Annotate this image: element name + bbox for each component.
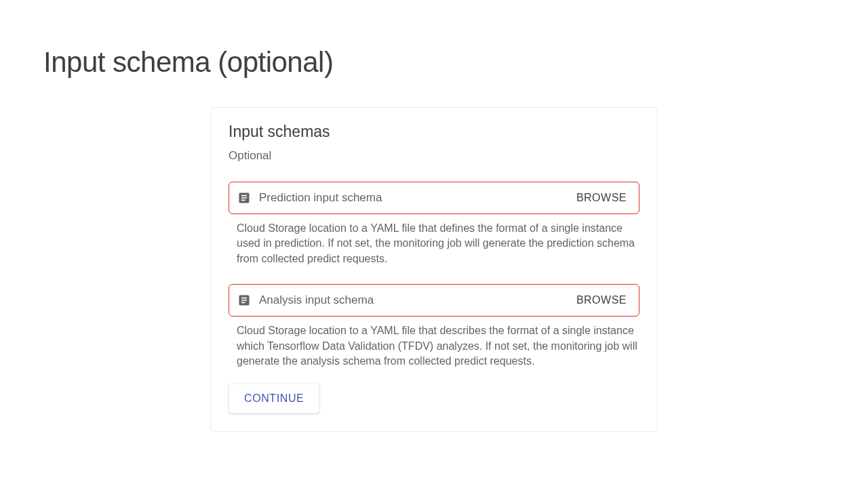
card-heading: Input schemas [229, 123, 639, 141]
continue-button[interactable]: CONTINUE [229, 384, 319, 413]
document-icon [237, 191, 251, 205]
analysis-schema-field[interactable]: Analysis input schema BROWSE [229, 284, 639, 317]
analysis-schema-placeholder: Analysis input schema [259, 293, 575, 307]
browse-button-prediction[interactable]: BROWSE [575, 189, 628, 207]
input-schemas-card: Input schemas Optional Prediction input … [210, 107, 658, 432]
document-icon [237, 293, 251, 307]
browse-button-analysis[interactable]: BROWSE [575, 291, 628, 309]
analysis-schema-helper: Cloud Storage location to a YAML file th… [237, 323, 639, 369]
prediction-schema-helper: Cloud Storage location to a YAML file th… [237, 221, 639, 266]
prediction-schema-placeholder: Prediction input schema [259, 191, 575, 205]
prediction-schema-field[interactable]: Prediction input schema BROWSE [229, 182, 639, 214]
page-title: Input schema (optional) [0, 0, 868, 79]
card-subtitle: Optional [229, 149, 639, 163]
